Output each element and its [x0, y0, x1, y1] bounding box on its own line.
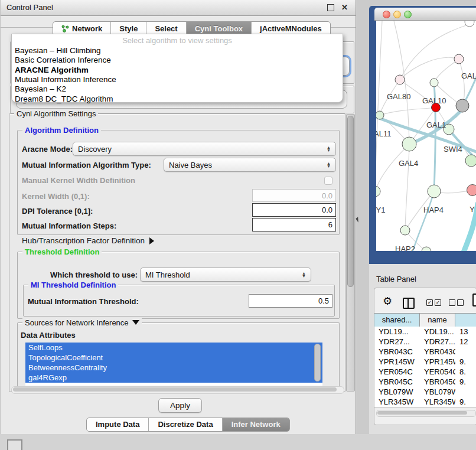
table-row[interactable]: YLR345WYLR345W9. — [374, 397, 476, 407]
mi-steps-field[interactable]: 6 — [252, 218, 336, 231]
table-cell[interactable]: 9. — [455, 357, 476, 367]
table-row[interactable]: YIL052CYIL052C9. — [374, 407, 476, 407]
table-row[interactable]: YPR145WYPR145W9. — [374, 357, 476, 367]
apply-button[interactable]: Apply — [158, 398, 202, 413]
tab-infer-network[interactable]: Infer Network — [223, 418, 289, 431]
attribute-list-item[interactable]: TopologicalCoefficient — [25, 353, 322, 363]
scrollbar-thumb[interactable] — [377, 411, 467, 415]
table-cell[interactable] — [455, 387, 476, 397]
network-node[interactable] — [465, 155, 476, 167]
table-row[interactable]: YDL19...YDL19...13 — [374, 327, 476, 337]
sources-title[interactable]: Sources for Network Inference — [22, 318, 142, 327]
data-attributes-list[interactable]: SelfLoopsTopologicalCoefficientBetweenne… — [25, 343, 322, 386]
network-window-titlebar[interactable] — [374, 8, 476, 21]
table-row[interactable]: YBL079WYBL079W — [374, 387, 476, 397]
popup-item[interactable]: Basic Correlation Inference — [15, 56, 111, 64]
table-cell[interactable]: YLR345W — [420, 397, 455, 407]
popup-item[interactable]: Bayesian – K2 — [15, 84, 66, 93]
scrollbar-thumb[interactable] — [13, 387, 337, 392]
network-node-y[interactable] — [467, 185, 476, 196]
attribute-list-item[interactable]: BetweennessCentrality — [25, 363, 322, 373]
popup-item[interactable]: Bayesian – Hill Climbing — [15, 46, 101, 55]
kernel-width-field[interactable]: 0.0 — [252, 189, 336, 202]
minimized-panel-icon[interactable] — [7, 439, 22, 450]
mi-threshold-field[interactable]: 0.5 — [249, 294, 332, 308]
scrollbar-thumb[interactable] — [347, 116, 354, 287]
popup-item[interactable]: ARACNE Algorithm — [15, 66, 89, 74]
which-threshold-combobox[interactable]: MI Threshold ▲▼ — [140, 268, 311, 282]
deselect-all-checkboxes-icon[interactable] — [449, 298, 464, 306]
table-cell[interactable]: YLR345W — [374, 397, 420, 407]
column-header-name[interactable]: name — [420, 314, 455, 327]
table-cell[interactable]: YDL19... — [420, 327, 455, 337]
table-cell[interactable]: YPR145W — [420, 357, 455, 367]
table-cell[interactable]: 13 — [455, 327, 476, 337]
table-cell[interactable]: 9. — [455, 377, 476, 387]
table-row[interactable]: YDR27...YDR27...12 — [374, 337, 476, 347]
network-node-gal10[interactable] — [430, 79, 438, 87]
table-cell[interactable]: YER054C — [374, 367, 420, 377]
attribute-list-item[interactable]: gal4RGexp — [25, 373, 322, 383]
attribute-list-scrollbar[interactable] — [314, 344, 321, 381]
aracne-mode-combobox[interactable]: Discovery ▲▼ — [73, 142, 336, 156]
settings-vertical-scrollbar[interactable] — [346, 114, 355, 392]
table-cell[interactable]: YBL079W — [420, 387, 455, 397]
settings-horizontal-scrollbar[interactable] — [11, 386, 344, 394]
table-row[interactable]: YER054CYER054C8. — [374, 367, 476, 377]
close-icon[interactable]: ✕ — [341, 4, 348, 11]
table-cell[interactable]: YER054C — [420, 367, 455, 377]
table-row[interactable]: YBR043CYBR043C — [374, 347, 476, 357]
manual-kernel-checkbox[interactable] — [324, 177, 332, 185]
network-node-gal[interactable] — [454, 54, 464, 64]
table-cell[interactable]: 12 — [455, 337, 476, 347]
tab-discretize-data[interactable]: Discretize Data — [149, 418, 222, 431]
control-panel-titlebar[interactable]: Control Panel ✕ — [1, 0, 356, 16]
popup-item[interactable]: Mutual Information Inference — [15, 75, 116, 84]
table-cell[interactable]: YDL19... — [374, 327, 420, 337]
collapse-down-icon[interactable] — [132, 320, 139, 325]
table-cell[interactable]: YBR043C — [420, 347, 455, 357]
table-cell[interactable]: YBL079W — [374, 387, 420, 397]
table-cell[interactable]: YIL052C — [420, 407, 455, 407]
hub-definition-expander[interactable]: Hub/Transcription Factor Definition — [22, 236, 154, 245]
gear-icon[interactable]: ⚙ — [383, 295, 392, 308]
table-cell[interactable]: YDR27... — [420, 337, 455, 347]
table-cell[interactable]: 9. — [455, 407, 476, 407]
table-horizontal-scrollbar[interactable] — [376, 410, 476, 417]
table-cell[interactable]: YIL052C — [374, 407, 420, 407]
table-cell[interactable]: YBR045C — [374, 377, 420, 387]
float-window-icon[interactable] — [327, 4, 334, 11]
dpi-tolerance-field[interactable]: 0.0 — [252, 203, 336, 217]
columns-icon[interactable] — [403, 298, 415, 309]
table-row[interactable]: YBR045CYBR045C9. — [374, 377, 476, 387]
minimize-traffic-light-icon[interactable] — [393, 11, 401, 18]
table-cell[interactable] — [455, 347, 476, 357]
table-cell[interactable]: 9. — [455, 397, 476, 407]
popup-item[interactable]: Dream8 DC_TDC Algorithm — [15, 94, 113, 103]
network-node-gal4[interactable] — [402, 137, 416, 151]
tab-impute-data[interactable]: Impute Data — [87, 418, 149, 431]
expand-right-icon[interactable] — [149, 237, 154, 244]
table-cell[interactable]: 8. — [455, 367, 476, 377]
mi-type-combobox[interactable]: Naive Bayes ▲▼ — [164, 158, 336, 172]
network-node[interactable] — [465, 21, 474, 27]
network-node-gcy1[interactable] — [376, 186, 380, 197]
network-node-gal80[interactable] — [395, 75, 405, 84]
table-cell[interactable]: YPR145W — [374, 357, 420, 367]
table-cell[interactable]: YBR045C — [420, 377, 455, 387]
zoom-traffic-light-icon[interactable] — [404, 11, 412, 18]
network-node[interactable] — [456, 99, 469, 112]
network-canvas[interactable]: GALGAL80GAL10GAL1GAL11SWI4GAL4GCY1HAP4YH… — [376, 21, 476, 251]
table-body[interactable]: YDL19...YDL19...13YDR27...YDR27...12YBR0… — [374, 327, 476, 407]
network-node-gal11[interactable] — [376, 111, 384, 119]
network-view-window[interactable]: GALGAL80GAL10GAL1GAL11SWI4GAL4GCY1HAP4YH… — [369, 6, 476, 264]
table-cell[interactable]: YBR043C — [374, 347, 420, 357]
table-cell[interactable]: YDR27... — [374, 337, 420, 347]
column-header-partial[interactable] — [455, 314, 476, 327]
network-node[interactable] — [422, 247, 431, 251]
select-all-checkboxes-icon[interactable]: ✓✓ — [426, 298, 442, 306]
column-header-shared-name[interactable]: shared... — [374, 314, 420, 327]
network-node-hap4[interactable] — [428, 185, 441, 198]
network-node-hap2[interactable] — [400, 226, 410, 235]
close-traffic-light-icon[interactable] — [383, 11, 390, 18]
